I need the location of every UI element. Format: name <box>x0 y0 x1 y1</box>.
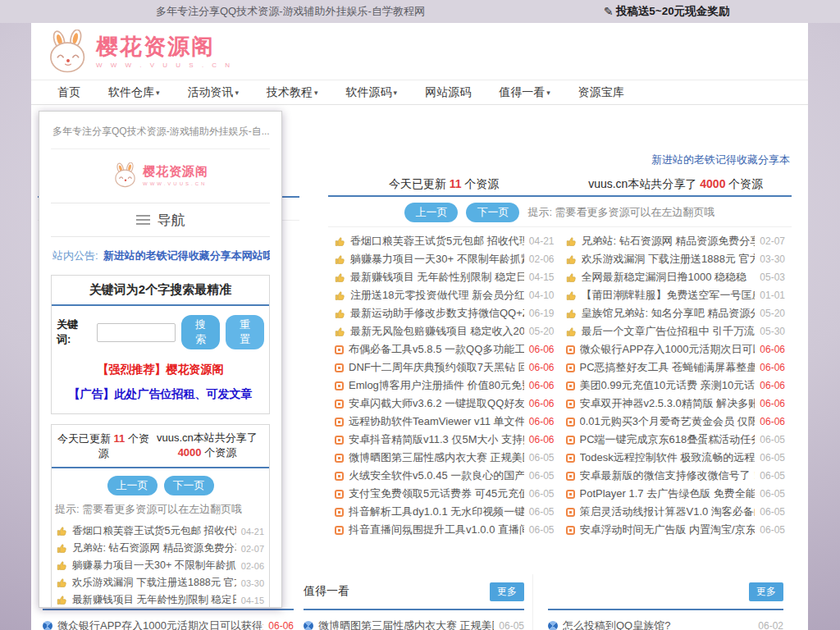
resource-type-icon <box>335 526 344 535</box>
resource-type-icon <box>566 290 577 301</box>
more-button[interactable]: 更多 <box>749 582 783 601</box>
panel-underline <box>328 195 792 197</box>
resource-type-icon <box>57 543 67 554</box>
resource-link[interactable]: 火绒安全软件v5.0.45 一款良心的国产安全软件 06-05 <box>335 467 555 485</box>
resource-link[interactable]: DNF十二周年庆典预约领取7天黑钻 回归用户 06-06 <box>335 358 555 377</box>
resource-link[interactable]: 最新赚钱项目 无年龄性别限制 稳定日撸 04-15 <box>57 591 264 608</box>
site-title: 樱花资源阁 <box>96 34 233 59</box>
prev-page-button[interactable]: 上一页 <box>107 476 158 495</box>
resource-link[interactable]: 安卓抖音精简版v11.3 仅5M大小 支持账号登录 06-06 <box>335 431 555 449</box>
ad-link-recommend[interactable]: 【强烈推荐】樱花资源阁 <box>52 353 269 379</box>
updated-count: 11 <box>114 432 126 445</box>
resource-title: PotPlayer 1.7 去广告绿色版 免费全能影音播 <box>580 486 756 501</box>
nav-item[interactable]: 首页▾ <box>57 85 80 100</box>
resource-link[interactable]: 远程协助软件TeamViewer v11 单文件版 方便 06-06 <box>335 413 555 431</box>
resource-title: 火绒安全软件v5.0.45 一款良心的国产安全软件 <box>349 468 524 483</box>
nav-item[interactable]: 软件仓库▾ <box>108 85 160 100</box>
resource-link[interactable]: 支付宝免费领取5元话费券 可45元充值三网50 06-05 <box>335 485 555 503</box>
resource-link[interactable]: 最新赚钱项目 无年龄性别限制 稳定日撸300+ 04-15 <box>335 268 555 286</box>
site-logo[interactable]: 樱花资源阁 W W W . V U U S . C N <box>45 30 233 74</box>
resource-link[interactable]: 躺赚暴力项目一天30+ 不限制年龄抓紧上车 02-06 <box>335 250 555 268</box>
resource-link[interactable]: 微众银行APP存入1000元活期次日可以获得无 06-06 <box>566 340 786 358</box>
nav-toggle[interactable]: 导航 <box>51 205 270 235</box>
resource-link[interactable]: Todesk远程控制软件 极致流畅的远程协助工具 06-05 <box>566 449 786 467</box>
resource-title: 安卓双开神器v2.5.3.0精简版 解决多账号切换 <box>580 396 756 411</box>
resource-title: 安卓抖音精简版v11.3 仅5M大小 支持账号登录 <box>349 432 524 447</box>
nav-item-label: 网站源码 <box>425 85 471 98</box>
resource-link[interactable]: 抖音解析工具dy1.0.1 无水印视频一键解析软件 06-05 <box>335 503 555 521</box>
resource-type-icon <box>566 399 575 409</box>
resource-date: 04-21 <box>529 235 555 247</box>
nav-item[interactable]: 软件源码▾ <box>346 85 398 100</box>
resource-date: 06-19 <box>529 308 555 319</box>
overlay-logo[interactable]: 樱花资源阁 WWW.VUUS.CN <box>51 149 270 203</box>
resource-date: 02-07 <box>241 544 264 554</box>
resource-link[interactable]: 兄弟站: 钻石资源网 精品资源免费分享基地 02-07 <box>566 232 786 250</box>
search-button[interactable]: 搜索 <box>181 315 220 349</box>
nav-item[interactable]: 活动资讯▾ <box>188 85 240 100</box>
resource-date: 06-05 <box>760 488 785 500</box>
resource-type-icon <box>566 308 577 319</box>
article-date: 06-06 <box>268 620 294 630</box>
resource-link[interactable]: 美团0.99元充值10元话费 亲测10元话费秒到 06-06 <box>566 377 786 395</box>
resource-link[interactable]: PC端一键完成京东618叠蛋糕活动任务工具 06-05 <box>566 431 786 449</box>
resource-title: 支付宝免费领取5元话费券 可45元充值三网50 <box>349 486 524 501</box>
resource-date: 06-06 <box>529 398 555 409</box>
reset-button[interactable]: 重置 <box>226 315 264 349</box>
resource-link[interactable]: 安卓最新版的微信支持修改微信号了！ IOS版 06-05 <box>566 467 786 485</box>
next-page-button[interactable]: 下一页 <box>164 476 214 495</box>
nav-item-label: 活动资讯 <box>188 85 234 98</box>
resource-link[interactable]: 香烟口粮芙蓉王试货5元包邮 招收代理 04-21 <box>335 232 555 250</box>
prev-page-button[interactable]: 上一页 <box>404 203 458 222</box>
resource-link[interactable]: 安卓浮动时间无广告版 内置淘宝/京东/苏宁/拍 06-05 <box>566 521 786 539</box>
resource-title: DNF十二周年庆典预约领取7天黑钻 回归用户 <box>349 360 524 375</box>
resource-link[interactable]: 欢乐游戏漏洞 下载注册送1888元 官方合 03-30 <box>57 574 264 591</box>
announcement-marquee: 新进站的老铁记得收藏分享本 <box>651 153 790 167</box>
resource-date: 06-05 <box>529 524 555 536</box>
resource-link[interactable]: Emlog博客用户注册插件 价值80元免费分享 06-06 <box>335 377 555 395</box>
resource-link[interactable]: 策启灵活动线报计算器V1.0 淘客必备的一款软 06-05 <box>566 503 786 521</box>
resource-title: 注册送18元零投资做代理 新会员分红存1000 <box>350 288 524 303</box>
resource-link[interactable]: 全网最新稳定漏洞日撸1000 稳稳稳 05-03 <box>566 268 786 286</box>
resource-link[interactable]: 欢乐游戏漏洞 下载注册送1888元 官方合作 03-30 <box>566 250 786 268</box>
more-button[interactable]: 更多 <box>490 582 524 601</box>
nav-item[interactable]: 值得一看▾ <box>499 85 550 100</box>
resource-link[interactable]: 躺赚暴力项目一天30+ 不限制年龄抓紧上 02-06 <box>57 557 264 574</box>
resource-title: 微众银行APP存入1000元活期次日可以获得无 <box>580 342 756 357</box>
globe-icon <box>548 621 558 630</box>
resource-link[interactable]: 布偶必备工具v5.8.5 一款QQ多功能工具软件 06-06 <box>335 340 555 358</box>
nav-item[interactable]: 网站源码▾ <box>425 85 471 100</box>
nav-item[interactable]: 资源宝库▾ <box>578 85 624 100</box>
resource-link[interactable]: 最后一个文章广告位招租中 引千万流 聚八方 05-30 <box>566 322 786 340</box>
resource-link[interactable]: 香烟口粮芙蓉王试货5元包邮 招收代理 04-21 <box>57 523 264 540</box>
resource-link[interactable]: 兄弟站: 钻石资源网 精品资源免费分享基 02-07 <box>57 540 264 557</box>
bottom-article-link[interactable]: 微博晒图第三届性感内衣大赛 正规美图等你欣赏 06-05 <box>304 617 524 630</box>
bottom-article-link[interactable]: 怎么投稿到QQ皇族馆? 06-02 <box>548 617 783 630</box>
resource-link[interactable]: 抖音直播间氛围提升工具v1.0.0 直播间自动发 06-05 <box>335 521 555 539</box>
resource-type-icon <box>566 472 575 481</box>
nav-item[interactable]: 技术教程▾ <box>267 85 318 100</box>
resource-type-icon <box>566 272 577 283</box>
resource-type-icon <box>335 454 344 463</box>
resource-title: 兄弟站: 钻石资源网 精品资源免费分享基地 <box>582 234 756 249</box>
ad-link-rent[interactable]: 【广告】此处广告位招租、可发文章 <box>52 379 269 413</box>
resource-link[interactable]: 0.01元购买3个月爱奇艺黄金会员 仅限京东白 06-06 <box>566 413 786 431</box>
resource-link[interactable]: 安卓双开神器v2.5.3.0精简版 解决多账号切换 06-06 <box>566 395 786 413</box>
resource-link[interactable]: 最新运动助手修改步数支持微信QQ+ZFB步 06-19 <box>335 304 555 322</box>
resource-link[interactable]: 皇族馆兄弟站: 知名分享吧 精品资源分享基地 05-20 <box>566 304 786 322</box>
resource-link[interactable]: 微博晒图第三届性感内衣大赛 正规美图等你欣 06-05 <box>335 449 555 467</box>
bottom-article-link[interactable]: 微众银行APP存入1000元活期次日可以获得无门 06-06 <box>38 617 299 630</box>
next-page-button[interactable]: 下一页 <box>466 203 519 222</box>
keyword-input[interactable] <box>97 323 176 342</box>
resource-type-icon <box>566 436 575 445</box>
submit-promo-link[interactable]: ✎投稿送5~20元现金奖励 <box>604 4 729 19</box>
resource-link[interactable]: 【莆田潮牌鞋服】免费送空军一号匡威1970s 01-01 <box>566 286 786 304</box>
resource-link[interactable]: 安卓闪截大师v3.6.2 一键提取QQ好友发的闪照 06-06 <box>335 395 555 413</box>
resource-link[interactable]: 最新无风险包赔赚钱项目 稳定收入200-500元 05-20 <box>335 322 555 340</box>
resource-link[interactable]: 注册送18元零投资做代理 新会员分红存1000 04-10 <box>335 286 555 304</box>
globe-icon <box>43 621 52 630</box>
resource-link[interactable]: PC恶搞整好友工具 苍蝇铺满屏幕整蛊专家 效 06-06 <box>566 358 786 377</box>
resource-link[interactable]: PotPlayer 1.7 去广告绿色版 免费全能影音播 06-05 <box>566 485 786 503</box>
resource-type-icon <box>566 508 575 517</box>
resource-date: 04-10 <box>529 290 555 301</box>
